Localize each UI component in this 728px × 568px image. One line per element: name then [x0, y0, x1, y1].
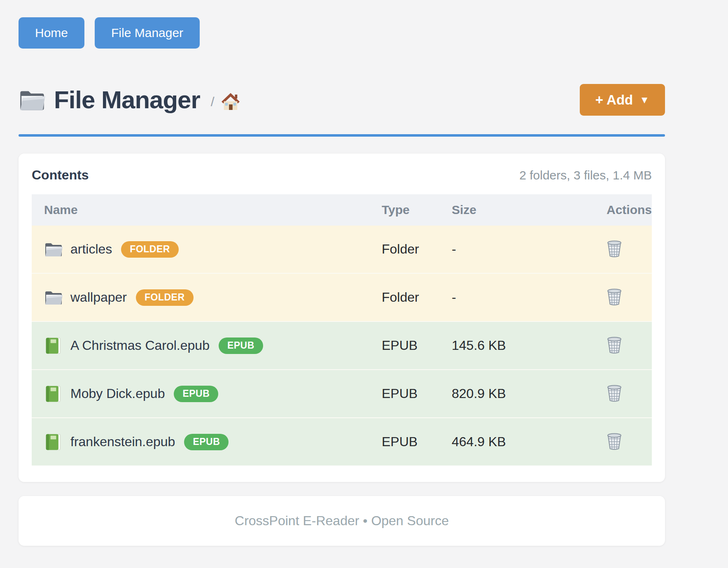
- size-cell: -: [452, 273, 605, 321]
- delete-button[interactable]: [607, 240, 622, 259]
- file-manager-button[interactable]: File Manager: [95, 17, 200, 49]
- trash-icon: [607, 288, 622, 306]
- page-header: File Manager / + Add ▼: [19, 84, 665, 116]
- size-cell: -: [452, 226, 605, 273]
- top-nav: Home File Manager: [19, 17, 665, 49]
- file-name[interactable]: Moby Dick.epub: [70, 386, 165, 401]
- size-cell: 464.9 KB: [452, 418, 605, 466]
- book-icon: [44, 337, 63, 354]
- contents-card-head: Contents 2 folders, 3 files, 1.4 MB: [32, 168, 652, 183]
- type-badge: EPUB: [184, 434, 229, 450]
- footer: CrossPoint E-Reader • Open Source: [19, 496, 665, 546]
- title-wrap: File Manager /: [19, 88, 580, 112]
- file-name[interactable]: frankenstein.epub: [70, 434, 175, 449]
- contents-table-body: articles FOLDER Folder -: [32, 226, 652, 466]
- title-divider: [19, 134, 665, 137]
- column-header-actions: Actions: [605, 194, 652, 226]
- type-cell: EPUB: [382, 418, 452, 466]
- table-row[interactable]: articles FOLDER Folder -: [32, 226, 652, 273]
- folder-icon: [44, 241, 63, 258]
- contents-table: Name Type Size Actions: [32, 194, 652, 466]
- size-cell: 145.6 KB: [452, 321, 605, 370]
- delete-button[interactable]: [607, 432, 622, 452]
- home-icon[interactable]: [221, 93, 240, 111]
- table-row[interactable]: Moby Dick.epub EPUB EPUB 820.9 KB: [32, 370, 652, 418]
- chevron-down-icon: ▼: [639, 94, 649, 106]
- type-cell: Folder: [382, 273, 452, 321]
- file-name[interactable]: wallpaper: [70, 290, 127, 305]
- footer-text: CrossPoint E-Reader • Open Source: [19, 513, 665, 528]
- delete-button[interactable]: [607, 336, 622, 355]
- breadcrumb-separator: /: [211, 94, 215, 109]
- table-header-row: Name Type Size Actions: [32, 194, 652, 226]
- book-icon: [44, 433, 63, 451]
- page-title: File Manager: [54, 88, 200, 112]
- trash-icon: [607, 432, 622, 450]
- type-badge: FOLDER: [121, 241, 179, 258]
- type-cell: Folder: [382, 226, 452, 273]
- trash-icon: [607, 240, 622, 258]
- folder-icon: [44, 289, 63, 306]
- type-badge: EPUB: [219, 338, 263, 354]
- delete-button[interactable]: [607, 288, 622, 307]
- page: Home File Manager File Manager / + Add: [19, 0, 665, 546]
- delete-button[interactable]: [607, 384, 622, 403]
- type-badge: FOLDER: [136, 289, 194, 306]
- file-name[interactable]: A Christmas Carol.epub: [70, 338, 210, 353]
- size-cell: 820.9 KB: [452, 370, 605, 418]
- column-header-size: Size: [452, 194, 605, 226]
- table-row[interactable]: frankenstein.epub EPUB EPUB 464.9 KB: [32, 418, 652, 466]
- contents-heading: Contents: [32, 168, 89, 183]
- column-header-name: Name: [32, 194, 382, 226]
- add-button-label: + Add: [595, 92, 633, 108]
- type-badge: EPUB: [174, 386, 218, 402]
- contents-summary: 2 folders, 3 files, 1.4 MB: [519, 168, 652, 182]
- book-icon: [44, 385, 63, 403]
- table-row[interactable]: wallpaper FOLDER Folder -: [32, 273, 652, 321]
- trash-icon: [607, 384, 622, 402]
- home-button[interactable]: Home: [19, 17, 84, 49]
- file-name[interactable]: articles: [70, 242, 112, 257]
- folder-icon: [19, 88, 46, 112]
- trash-icon: [607, 336, 622, 354]
- table-row[interactable]: A Christmas Carol.epub EPUB EPUB 145.6 K…: [32, 321, 652, 370]
- contents-card: Contents 2 folders, 3 files, 1.4 MB Name…: [19, 154, 665, 482]
- add-button[interactable]: + Add ▼: [580, 84, 665, 116]
- type-cell: EPUB: [382, 321, 452, 370]
- column-header-type: Type: [382, 194, 452, 226]
- type-cell: EPUB: [382, 370, 452, 418]
